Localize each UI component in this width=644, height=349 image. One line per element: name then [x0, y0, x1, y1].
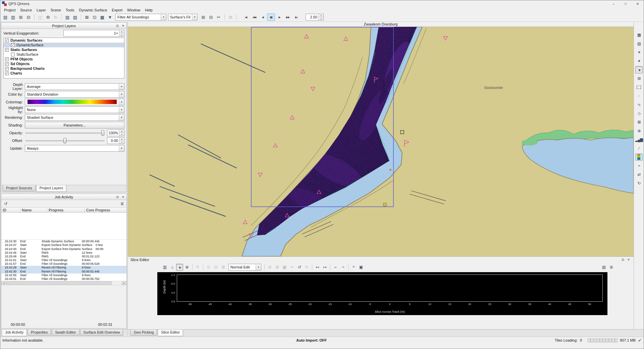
rotate-left-icon[interactable]: ⌐ [332, 264, 339, 271]
go-last-button[interactable]: ▶| [292, 13, 300, 21]
slice-plot[interactable]: Depth (m) -1.0-0.50.00.5-50-45-40-35-30-… [157, 272, 607, 315]
prev-slice-icon[interactable]: ↤ [314, 264, 321, 271]
next-slice-icon[interactable]: ↦ [321, 264, 328, 271]
auto-processing-settings-icon[interactable]: ⚙ [44, 13, 52, 21]
accept-tool-icon[interactable]: ⊞ [274, 264, 281, 271]
fast-forward-button[interactable]: ▶▶ [284, 13, 292, 21]
job-log-row[interactable]: 15:42:30EndRevert All Filtering00:00:02.… [1, 270, 126, 273]
spin-up-icon[interactable]: ▲ [119, 130, 124, 133]
colormap-combo[interactable]: ▼ [25, 99, 124, 105]
scrollbar-thumb[interactable] [6, 282, 112, 285]
zoom-tool-icon[interactable]: ⊕ [183, 264, 191, 271]
save-slice-icon[interactable]: ▥ [161, 264, 168, 271]
layer-tree-row[interactable]: ✓Sd Objects [4, 61, 124, 66]
layer-checkbox[interactable] [11, 53, 15, 56]
layer-checkbox[interactable]: ✓ [5, 62, 9, 66]
spin-up-icon[interactable]: ▲ [119, 30, 124, 34]
job-column-header[interactable]: Core Progress [85, 208, 126, 212]
tab-slice-editor[interactable]: Slice Editor [158, 330, 183, 336]
tab-project-layers[interactable]: Project Layers [36, 185, 66, 192]
highlight-by-combo[interactable]: None▼ [25, 106, 124, 113]
menu-help[interactable]: Help [143, 8, 155, 12]
surface-edit-tool-icon[interactable]: ▩ [99, 13, 106, 21]
layer-checkbox[interactable]: ✓ [5, 67, 9, 70]
tab-properties[interactable]: Properties [28, 330, 51, 336]
chevron-down-icon[interactable]: ▼ [119, 91, 124, 97]
layer-checkbox[interactable]: ✓ [5, 71, 9, 75]
shading-parameters-button[interactable]: Parameters... [25, 122, 124, 129]
update-combo[interactable]: Always▼ [25, 145, 124, 152]
copy-processing-icon[interactable]: ◫ [37, 13, 44, 21]
pan-tool-icon[interactable]: ⇄ [635, 171, 643, 178]
chevron-down-icon[interactable]: ▼ [192, 14, 197, 20]
job-log-row[interactable]: 15:24:46StartRWS12 lines [1, 251, 126, 255]
flag-tool-icon[interactable]: ⚑ [350, 264, 357, 271]
slider-handle[interactable] [101, 130, 104, 136]
spin-down-icon[interactable]: ▼ [319, 17, 323, 20]
zoom-selection-icon[interactable]: ✦ [635, 57, 643, 65]
reset-jobs-icon[interactable]: ↺ [3, 201, 9, 207]
offset-spinner[interactable]: 0.00▲▼ [107, 137, 124, 144]
slice-editor-tool-icon[interactable]: ⊠ [83, 13, 91, 21]
tile-view-icon[interactable]: ▦ [635, 31, 643, 39]
profile-chart-icon[interactable]: ▂▄▆ [635, 136, 643, 143]
job-log-row[interactable]: 15:41:51StartFilter All Soundings9 lines [1, 258, 126, 262]
scrollbar-track[interactable] [6, 281, 122, 285]
close-panel-icon[interactable]: ✕ [121, 23, 125, 28]
home-view-icon[interactable]: ⌂ [169, 264, 176, 271]
tab-job-activity[interactable]: Job Activity [2, 330, 27, 336]
job-list-menu-icon[interactable]: ≣ [119, 201, 125, 207]
job-log-row[interactable]: 15:24:40EndExport Surface from Dynamic S… [1, 247, 126, 251]
open-project-icon[interactable]: ▥ [9, 13, 17, 21]
tab-surface-edit-overview[interactable]: Surface Edit Overview [80, 330, 123, 336]
color-by-combo[interactable]: Standard Deviation▼ [25, 91, 124, 98]
new-project-icon[interactable]: ▤ [2, 13, 9, 21]
select-track-icon[interactable]: ⊞ [220, 264, 227, 271]
redo-icon[interactable]: ↻ [303, 264, 310, 271]
scroll-left-icon[interactable]: ◄ [2, 281, 6, 285]
chevron-down-icon[interactable]: ▼ [119, 145, 124, 151]
reprocess-icon[interactable]: ↻ [52, 13, 59, 21]
scroll-right-icon[interactable]: ► [122, 281, 126, 285]
menu-window[interactable]: Window [125, 8, 143, 12]
close-panel-icon[interactable]: ✕ [626, 257, 631, 262]
create-static-surface-icon[interactable]: ▧ [71, 13, 79, 21]
edit-mode-combo[interactable]: Normal Edit ▼ [228, 264, 261, 270]
job-log-row[interactable]: 15:24:30EndShade Dynamic Surface00:00:00… [1, 240, 126, 243]
reject-soundings-icon[interactable]: ⊟ [207, 13, 215, 21]
pause-button[interactable]: ▮▮ [267, 13, 275, 21]
menu-scene[interactable]: Scene [48, 8, 63, 12]
slice-tool-icon[interactable]: ∕ [635, 145, 643, 152]
layer-checkbox[interactable]: ✓ [5, 57, 9, 61]
slice-settings-icon[interactable]: ≣ [608, 264, 615, 271]
layer-tree-row[interactable]: ✓Static Surfaces [4, 47, 124, 52]
colormap-tool-icon[interactable] [635, 153, 643, 161]
float-panel-icon[interactable]: ⊡ [621, 257, 625, 262]
step-forward-button[interactable]: ▶ [275, 13, 283, 21]
spin-up-icon[interactable]: ▲ [319, 14, 323, 17]
select-point-icon[interactable]: ⊙ [205, 264, 212, 271]
menu-layer[interactable]: Layer [34, 8, 48, 12]
float-panel-icon[interactable]: ⊡ [115, 23, 120, 28]
job-log-row[interactable]: 15:25:48EndRWS00:01:02.123 [1, 255, 126, 258]
close-panel-icon[interactable]: ✕ [121, 195, 125, 199]
layer-checkbox[interactable]: ✓ [5, 48, 9, 52]
plot-frame[interactable]: -1.0-0.50.00.5-50-45-40-35-30-25-20-15-1… [177, 275, 603, 302]
offset-slider[interactable] [25, 137, 105, 144]
select-lasso-icon[interactable]: ∿ [635, 101, 643, 108]
chevron-down-icon[interactable]: ▼ [161, 14, 166, 20]
playback-speed-spinner[interactable]: 2.50 ▲▼ [306, 14, 324, 20]
menu-export[interactable]: Export [109, 8, 125, 12]
spin-up-icon[interactable]: ▲ [119, 138, 124, 141]
clear-selection-icon[interactable]: ⊠ [635, 118, 643, 126]
survey-yellow-marker[interactable] [383, 203, 386, 206]
rewind-button[interactable]: ◀◀ [250, 13, 258, 21]
select-polygon-icon[interactable]: ◇ [635, 110, 643, 117]
go-first-button[interactable]: |◀ [242, 13, 250, 21]
globe-icon[interactable]: ⊕ [635, 127, 643, 135]
zoom-window-icon[interactable]: ⊞ [635, 75, 643, 82]
slider-handle[interactable] [63, 138, 66, 143]
layer-checkbox[interactable]: ✓ [5, 39, 9, 42]
menu-source[interactable]: Source [18, 8, 34, 12]
chevron-down-icon[interactable]: ▼ [119, 84, 124, 90]
